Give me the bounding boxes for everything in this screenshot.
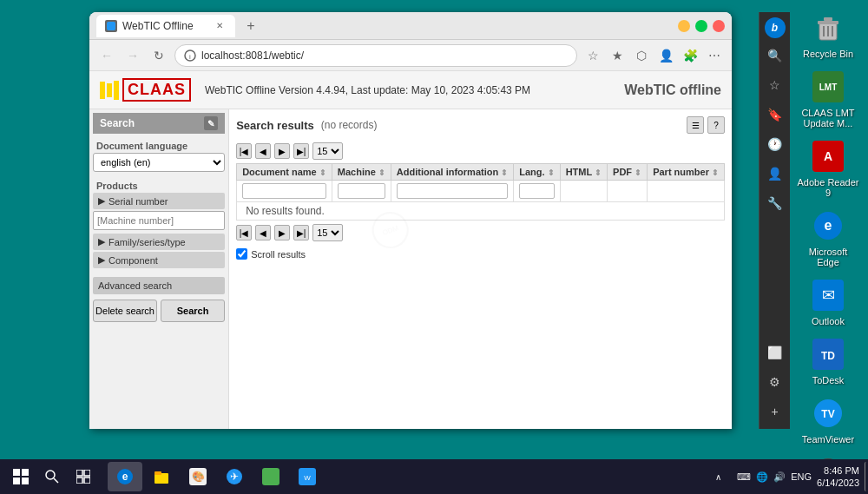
sidebar-search-icon[interactable]: 🔍 — [763, 43, 787, 68]
sort-icon-html[interactable]: ⇕ — [595, 168, 602, 177]
new-tab-button[interactable]: + — [240, 16, 261, 36]
logo-bar-2 — [107, 83, 112, 97]
back-button[interactable]: ← — [96, 45, 117, 66]
next-page-button[interactable]: ▶ — [274, 143, 290, 159]
prev-page-button-bottom[interactable]: ◀ — [255, 225, 271, 240]
svg-rect-32 — [76, 478, 82, 484]
sidebar-bookmark-icon[interactable]: 🔖 — [763, 102, 787, 127]
taskbar-telegram-app[interactable]: ✈ — [217, 462, 252, 491]
sort-icon-info[interactable]: ⇕ — [501, 168, 508, 177]
task-view-button[interactable] — [69, 463, 97, 491]
teamviewer-image: TV — [811, 396, 845, 431]
scroll-results-checkbox[interactable] — [236, 248, 247, 260]
first-page-button-bottom[interactable]: |◀ — [236, 225, 252, 240]
svg-rect-5 — [824, 17, 832, 21]
sort-icon-machine[interactable]: ⇕ — [378, 168, 385, 177]
machine-number-input[interactable] — [93, 211, 225, 230]
col-document-name-label: Document name — [242, 167, 317, 177]
sidebar-tools-icon[interactable]: 🔧 — [763, 191, 787, 215]
per-page-select-bottom[interactable]: 15 — [312, 224, 343, 241]
svg-text:A: A — [824, 149, 832, 163]
delete-search-button[interactable]: Delete search — [93, 300, 157, 322]
tab-close-button[interactable]: ✕ — [213, 19, 227, 33]
sidebar-profile-icon[interactable]: 👤 — [763, 161, 787, 186]
scroll-results-label[interactable]: Scroll results — [251, 249, 306, 260]
address-bar[interactable]: i localhost:8081/webtic/ — [174, 44, 577, 67]
reload-button[interactable]: ↻ — [148, 45, 169, 66]
browser-navbar: ← → ↻ i localhost:8081/webtic/ ☆ ★ ⬡ 👤 🧩… — [89, 40, 732, 71]
products-section: Products ▶ Serial number ▶ Family/series… — [93, 175, 225, 270]
sidebar-expand-icon[interactable]: ⬜ — [763, 340, 787, 365]
filter-cell-machine — [332, 181, 391, 202]
results-help-button[interactable]: ? — [707, 116, 725, 134]
advanced-search-toggle[interactable]: Advanced search — [93, 277, 225, 294]
share-icon[interactable]: ⬡ — [631, 45, 652, 66]
filter-additional-info[interactable] — [397, 183, 508, 199]
prev-page-button[interactable]: ◀ — [255, 143, 271, 159]
taskbar-edge-app[interactable]: e — [108, 462, 142, 491]
sort-icon-pdf[interactable]: ⇕ — [635, 168, 641, 177]
search-button[interactable]: Search — [161, 300, 225, 322]
system-tray: ∧ ⌨ 🌐 🔊 ENG 8:46 PM 6/14/2023 — [704, 462, 868, 491]
col-machine-label: Machine — [338, 167, 376, 177]
filter-document-name[interactable] — [242, 183, 326, 199]
favorites-icon[interactable]: ★ — [607, 45, 628, 66]
teamviewer-icon[interactable]: TV TeamViewer — [793, 392, 863, 448]
taskbar-paint-app[interactable]: 🎨 — [181, 462, 215, 491]
family-series-toggle[interactable]: ▶ Family/series/type — [93, 234, 225, 250]
bing-icon[interactable]: b — [765, 17, 786, 38]
sort-icon-part[interactable]: ⇕ — [712, 168, 719, 177]
browser-tab[interactable]: WebTIC Offline ✕ — [96, 15, 235, 37]
serial-number-toggle[interactable]: ▶ Serial number — [93, 193, 225, 209]
first-page-button[interactable]: |◀ — [236, 143, 252, 159]
sidebar-star-icon[interactable]: ☆ — [763, 73, 787, 97]
taskbar-explorer-app[interactable] — [144, 462, 179, 491]
outlook-icon[interactable]: ✉ Outlook — [793, 274, 863, 330]
edge-icon[interactable]: e Microsoft Edge — [793, 205, 863, 271]
webtic-version-info: WebTIC Offline Version 4.4.94, Last upda… — [205, 84, 624, 96]
lang-indicator: ENG — [791, 471, 812, 482]
start-button[interactable] — [7, 463, 35, 491]
logo-bars — [100, 81, 119, 100]
sort-icon-doc[interactable]: ⇕ — [319, 168, 326, 177]
sidebar-plus-button[interactable]: + — [763, 399, 787, 424]
profile-icon[interactable]: 👤 — [655, 45, 676, 66]
taskbar-clock[interactable]: 8:46 PM 6/14/2023 — [817, 464, 859, 490]
minimize-button[interactable] — [678, 20, 690, 32]
search-taskbar-button[interactable] — [38, 463, 66, 491]
col-lang-label: Lang. — [519, 167, 544, 177]
sidebar-history-icon[interactable]: 🕐 — [763, 132, 787, 156]
results-layout-button[interactable]: ☰ — [687, 116, 704, 134]
taskbar-webtic-app[interactable]: W — [290, 462, 325, 491]
adobe-reader-icon[interactable]: A Adobe Reader 9 — [793, 135, 863, 201]
svg-text:TD: TD — [821, 350, 835, 362]
show-desktop-button[interactable] — [865, 462, 868, 491]
todesk-icon[interactable]: TD ToDesk — [793, 333, 863, 389]
last-page-button-bottom[interactable]: ▶| — [293, 225, 309, 240]
tray-chevron-icon[interactable]: ∧ — [704, 463, 732, 491]
next-page-button-bottom[interactable]: ▶ — [274, 225, 290, 240]
col-additional-info: Additional information ⇕ — [391, 164, 513, 181]
menu-icon[interactable]: ⋯ — [704, 45, 725, 66]
recycle-bin-icon[interactable]: Recycle Bin — [793, 7, 863, 63]
pagination-top: |◀ ◀ ▶ ▶| 15 — [236, 142, 725, 160]
maximize-button[interactable] — [695, 20, 707, 32]
sidebar-settings-button[interactable]: ✎ — [204, 116, 218, 130]
forward-button[interactable]: → — [122, 45, 143, 66]
taskbar-app6[interactable] — [253, 462, 288, 491]
search-sidebar: Search ✎ Document language english (en) … — [89, 109, 229, 429]
doc-lang-select[interactable]: english (en) — [93, 153, 225, 172]
last-page-button[interactable]: ▶| — [293, 143, 309, 159]
filter-cell-part — [648, 181, 725, 202]
star-icon[interactable]: ☆ — [582, 45, 603, 66]
component-toggle[interactable]: ▶ Component — [93, 252, 225, 268]
per-page-select-top[interactable]: 15 — [312, 142, 343, 160]
col-part-number: Part number ⇕ — [648, 164, 725, 181]
filter-lang[interactable] — [519, 183, 554, 199]
extensions-icon[interactable]: 🧩 — [680, 45, 700, 66]
close-button[interactable] — [713, 20, 725, 32]
claas-lmt-icon[interactable]: LMT CLAAS LMT Update M... — [793, 66, 863, 132]
sidebar-settings-icon[interactable]: ⚙ — [763, 370, 787, 394]
filter-machine[interactable] — [338, 183, 385, 199]
sort-icon-lang[interactable]: ⇕ — [548, 168, 555, 177]
